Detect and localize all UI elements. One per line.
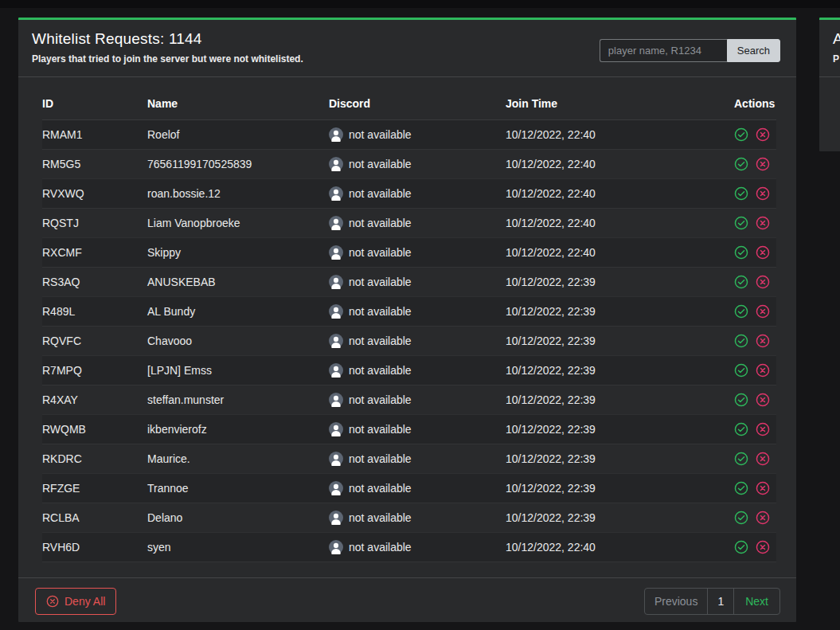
player-id: R489L xyxy=(42,296,147,326)
approve-button[interactable] xyxy=(734,393,748,407)
deny-button[interactable] xyxy=(756,186,770,201)
adjacent-card-partial: A P xyxy=(819,18,840,151)
adjacent-card-title: A xyxy=(833,30,840,48)
check-circle-icon xyxy=(734,216,748,230)
deny-button[interactable] xyxy=(756,363,770,378)
discord-avatar-icon xyxy=(329,304,343,319)
column-header-actions: Actions xyxy=(734,88,776,119)
discord-avatar-icon xyxy=(329,363,343,378)
actions-cell xyxy=(734,503,776,532)
page-title: Whitelist Requests: 1144 xyxy=(32,30,303,48)
discord-cell: not available xyxy=(329,474,506,503)
deny-button[interactable] xyxy=(756,393,770,407)
discord-status: not available xyxy=(349,158,412,170)
table-header-row: ID Name Discord Join Time Actions xyxy=(42,88,776,119)
approve-button[interactable] xyxy=(734,422,748,436)
deny-button[interactable] xyxy=(756,304,770,319)
actions-cell xyxy=(734,415,776,444)
x-circle-icon xyxy=(756,452,770,466)
player-name: ikbenvierofz xyxy=(147,414,329,444)
approve-button[interactable] xyxy=(734,304,748,319)
discord-avatar-icon xyxy=(329,540,343,554)
deny-button[interactable] xyxy=(756,511,770,525)
player-name: syen xyxy=(147,532,329,562)
column-header-id: ID xyxy=(42,88,147,119)
card-footer: Deny All Previous 1 Next xyxy=(18,577,796,624)
discord-avatar-icon xyxy=(329,334,343,348)
deny-button[interactable] xyxy=(756,245,770,260)
x-circle-icon xyxy=(756,157,770,171)
discord-cell: not available xyxy=(329,120,506,149)
actions-cell xyxy=(734,120,776,149)
player-name: [LPJN] Emss xyxy=(147,355,329,385)
deny-button[interactable] xyxy=(756,157,770,171)
approve-button[interactable] xyxy=(734,275,748,289)
search-button[interactable]: Search xyxy=(727,39,780,62)
table-row: RQVFC Chavooo not available 10/12/2022, … xyxy=(42,326,776,355)
discord-cell: not available xyxy=(329,503,506,532)
join-time: 10/12/2022, 22:39 xyxy=(506,296,734,326)
whitelist-requests-card: Whitelist Requests: 1144 Players that tr… xyxy=(18,18,796,622)
approve-button[interactable] xyxy=(734,127,748,142)
check-circle-icon xyxy=(734,245,748,260)
table-row: RQSTJ Liam Vanopbroeke not available 10/… xyxy=(42,208,776,237)
player-id: RQVFC xyxy=(42,326,147,355)
page-subtitle: Players that tried to join the server bu… xyxy=(32,53,303,65)
deny-button[interactable] xyxy=(756,275,770,289)
check-circle-icon xyxy=(734,393,748,407)
deny-button[interactable] xyxy=(756,127,770,142)
check-circle-icon xyxy=(734,304,748,319)
pagination-next[interactable]: Next xyxy=(733,589,779,614)
deny-all-button[interactable]: Deny All xyxy=(35,588,116,615)
deny-button[interactable] xyxy=(756,334,770,348)
player-name: Roelof xyxy=(147,119,329,149)
deny-button[interactable] xyxy=(756,216,770,230)
player-id: RCLBA xyxy=(42,503,147,532)
deny-button[interactable] xyxy=(756,422,770,436)
check-circle-icon xyxy=(734,452,748,466)
join-time: 10/12/2022, 22:39 xyxy=(506,503,734,532)
approve-button[interactable] xyxy=(734,452,748,466)
x-circle-icon xyxy=(756,127,770,142)
approve-button[interactable] xyxy=(734,363,748,378)
discord-status: not available xyxy=(349,305,412,318)
approve-button[interactable] xyxy=(734,540,748,554)
discord-cell: not available xyxy=(329,238,506,267)
approve-button[interactable] xyxy=(734,481,748,495)
approve-button[interactable] xyxy=(734,334,748,348)
table-row: RM5G5 76561199170525839 not available 10… xyxy=(42,149,776,178)
player-name: AL Bundy xyxy=(147,296,329,326)
actions-cell xyxy=(734,179,776,208)
deny-button[interactable] xyxy=(756,540,770,554)
deny-button[interactable] xyxy=(756,452,770,466)
discord-cell: not available xyxy=(329,444,506,473)
approve-button[interactable] xyxy=(734,216,748,230)
player-name: steffan.munster xyxy=(147,385,329,414)
approve-button[interactable] xyxy=(734,157,748,171)
discord-status: not available xyxy=(349,482,412,495)
pagination-previous[interactable]: Previous xyxy=(645,589,707,614)
join-time: 10/12/2022, 22:40 xyxy=(506,237,734,267)
x-circle-icon xyxy=(756,304,770,319)
pagination-page-1[interactable]: 1 xyxy=(707,589,733,614)
table-row: RMAM1 Roelof not available 10/12/2022, 2… xyxy=(42,119,776,149)
search-group: Search xyxy=(600,39,780,62)
approve-button[interactable] xyxy=(734,186,748,201)
search-input[interactable] xyxy=(600,39,727,62)
check-circle-icon xyxy=(734,127,748,142)
discord-cell: not available xyxy=(329,327,506,355)
discord-status: not available xyxy=(349,217,412,229)
table-row: RKDRC Maurice. not available 10/12/2022,… xyxy=(42,444,776,473)
x-circle-icon xyxy=(756,216,770,230)
actions-cell xyxy=(734,444,776,473)
deny-button[interactable] xyxy=(756,481,770,495)
discord-status: not available xyxy=(349,276,412,288)
actions-cell xyxy=(734,297,776,326)
approve-button[interactable] xyxy=(734,511,748,525)
approve-button[interactable] xyxy=(734,245,748,260)
pagination: Previous 1 Next xyxy=(644,588,780,615)
player-id: RS3AQ xyxy=(42,267,147,296)
x-circle-icon xyxy=(756,540,770,554)
x-circle-icon xyxy=(756,481,770,495)
discord-cell: not available xyxy=(329,268,506,296)
